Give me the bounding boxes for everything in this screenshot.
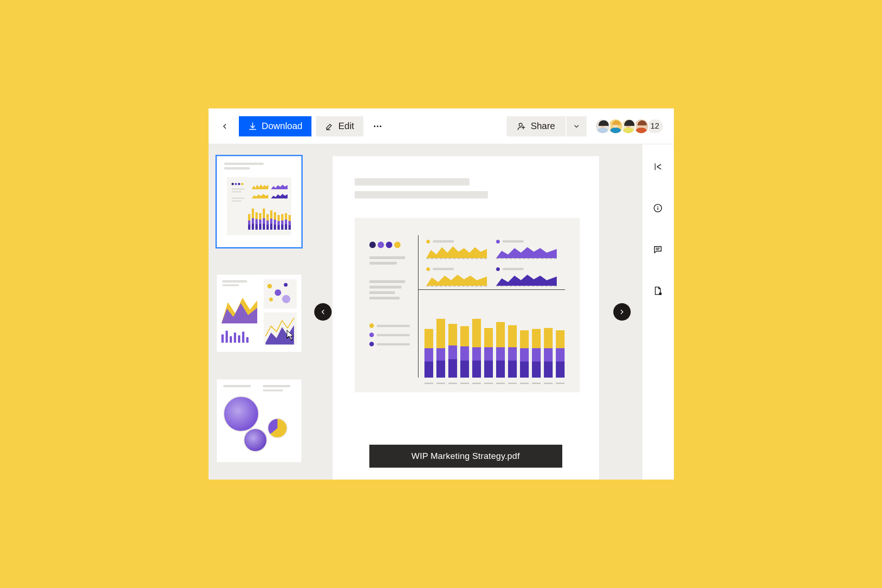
svg-marker-20 [496,275,557,286]
share-button[interactable]: Share [507,116,565,136]
prev-page-button[interactable] [314,303,332,321]
page: WIP Marketing Strategy.pdf [333,156,599,480]
back-button[interactable] [215,117,234,136]
svg-marker-9 [271,185,288,189]
preview-window: Download Edit Share [209,108,674,480]
next-page-button[interactable] [613,303,631,321]
svg-point-5 [519,123,522,126]
chart-legend [369,323,410,346]
more-button[interactable] [368,117,387,136]
svg-marker-17 [426,246,487,258]
info-icon [653,203,663,213]
page-viewer: WIP Marketing Strategy.pdf [310,144,642,480]
chevron-left-icon [220,122,229,130]
page-thumbnail-1[interactable] [217,156,301,247]
svg-point-2 [374,125,376,127]
comment-icon [653,244,663,254]
svg-marker-18 [496,247,557,258]
chart-panel [355,218,580,392]
collapse-rail-button[interactable] [648,157,667,176]
avatar[interactable] [595,119,611,134]
more-icon [373,121,383,131]
svg-marker-19 [426,275,487,286]
collapse-icon [653,162,662,171]
page-thumbnail-3[interactable] [217,379,301,462]
svg-marker-10 [252,194,268,198]
download-button[interactable]: Download [239,116,312,136]
svg-marker-8 [252,184,268,189]
person-add-icon [517,122,526,131]
filename-text: WIP Marketing Strategy.pdf [412,451,520,461]
stacked-bar-chart [424,297,565,378]
edit-label: Edit [338,121,354,131]
file-activity-icon [653,286,663,296]
svg-point-4 [380,125,382,127]
svg-point-3 [377,125,379,127]
download-label: Download [262,121,303,131]
filename-overlay: WIP Marketing Strategy.pdf [369,445,562,468]
right-rail [642,144,674,480]
chevron-right-icon [618,308,626,316]
chart-header-dots [369,242,410,248]
file-activity-button[interactable] [648,281,667,300]
edit-button[interactable]: Edit [316,116,363,136]
page-thumbnail-2[interactable] [217,275,301,352]
toolbar: Download Edit Share [209,108,674,144]
info-button[interactable] [648,198,667,218]
chevron-left-icon [319,308,327,316]
thumbnail-column [209,144,310,480]
thumb-chart [227,177,291,235]
svg-point-27 [659,292,662,295]
preview-body: WIP Marketing Strategy.pdf [209,144,674,480]
facepile: 12 [598,119,664,134]
svg-point-24 [657,206,658,207]
share-caret[interactable] [566,116,587,136]
download-icon [248,122,257,131]
comments-button[interactable] [648,240,667,259]
edit-icon [325,122,334,130]
share-group: Share [507,116,586,136]
chevron-down-icon [573,123,580,130]
share-label: Share [531,121,555,131]
svg-marker-11 [271,194,288,198]
